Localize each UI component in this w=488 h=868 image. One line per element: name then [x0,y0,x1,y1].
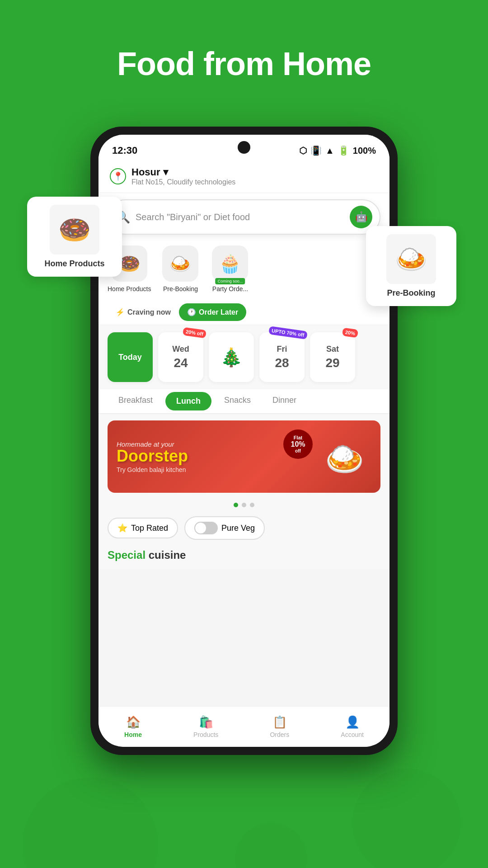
discount-badge-wed: 20% off [183,327,206,339]
city-name: Hosur ▾ [131,166,235,178]
dropdown-arrow-icon: ▾ [163,166,168,178]
home-icon: 🏠 [126,715,141,729]
promo-banner[interactable]: Homemade at your Doorstep Try Golden bal… [108,420,380,493]
special-text: Special [108,549,145,561]
nav-products[interactable]: 🛍️ Products [184,712,227,742]
floating-food-image-right: 🍛 [386,234,436,284]
clock-icon: 🕐 [187,308,196,316]
top-rated-label: Top Rated [131,524,168,533]
camera-notch [238,141,250,154]
ai-assistant-button[interactable]: 🤖 [350,206,372,228]
floating-card-prebooking[interactable]: 🍛 Pre-Booking [366,226,456,306]
categories-scroll: 🍩 Home Products 🍛 Pre-Booking 🧁 Coming s… [99,241,389,300]
filter-tab-craving-label: Craving now [127,308,171,316]
lightning-icon: ⚡ [116,308,125,316]
toggle-knob [195,523,206,533]
filter-tab-craving[interactable]: ⚡ Craving now [108,303,179,321]
star-icon: ⭐ [117,523,127,533]
category-party-orders[interactable]: 🧁 Coming soo... Party Orde... [210,245,250,292]
search-bar[interactable]: 🔍 Search "Biryani" or Diet food 🤖 [108,199,380,235]
filter-tab-order-later[interactable]: 🕐 Order Later [179,303,246,321]
christmas-tree-icon: 🎄 [220,347,243,368]
section-title: Special cuisine [108,549,380,561]
floating-card-left-label: Home Products [44,259,104,269]
coming-soon-badge: Coming soo... [216,278,245,284]
day-card-today[interactable]: Today [108,332,153,382]
dot-3 [250,503,254,507]
pure-veg-label: Pure Veg [221,524,255,533]
nav-account-label: Account [341,731,364,738]
screen-content: 📍 Hosur ▾ Flat No15, Cloudify technologi… [99,162,389,733]
nav-account[interactable]: 👤 Account [332,712,373,742]
vibrate-icon: 📳 [310,145,322,156]
dot-2 [242,503,246,507]
nav-orders-label: Orders [270,731,289,738]
floating-card-right-label: Pre-Booking [387,288,435,298]
day-card-wed[interactable]: 20% off Wed 24 [158,332,203,382]
pure-veg-pill[interactable]: Pure Veg [184,516,265,540]
phone-mockup: 🍩 Home Products 🍛 Pre-Booking 12:30 ⬡ 📳 … [90,127,398,760]
day-name-wed: Wed [172,344,189,354]
floating-food-image-left: 🍩 [50,205,99,255]
day-card-xmas[interactable]: 🎄 [209,332,254,382]
category-label-home: Home Products [108,285,151,292]
svg-point-1 [352,769,461,868]
products-icon: 🛍️ [199,715,213,729]
bottom-nav: 🏠 Home 🛍️ Products 📋 Orders 👤 Account [99,706,389,747]
filter-tab-order-label: Order Later [199,308,238,316]
day-name-sat: Sat [326,344,339,354]
status-icons: ⬡ 📳 ▲ 🔋 100% [299,145,376,156]
tab-lunch[interactable]: Lunch [165,392,211,410]
nav-orders[interactable]: 📋 Orders [261,712,298,742]
top-rated-pill[interactable]: ⭐ Top Rated [108,518,178,538]
nav-products-label: Products [193,731,218,738]
filter-tabs: ⚡ Craving now 🕐 Order Later [99,300,389,325]
tab-breakfast[interactable]: Breakfast [108,389,164,413]
banner-food-image: 🍛 [308,425,380,493]
day-selector: Today 20% off Wed 24 🎄 UPTO 70% off Fri … [99,325,389,389]
pure-veg-toggle[interactable] [194,522,218,534]
day-name-fri: Fri [277,344,287,354]
category-label-party: Party Orde... [212,285,248,292]
orders-icon: 📋 [272,715,287,729]
nav-home[interactable]: 🏠 Home [115,712,151,742]
bluetooth-icon: ⬡ [299,145,307,156]
location-text: Hosur ▾ Flat No15, Cloudify technologies [131,166,235,186]
category-label-prebooking: Pre-Booking [163,285,198,292]
status-time: 12:30 [112,145,137,156]
svg-point-0 [23,778,158,868]
battery-icon: 🔋 [338,145,349,156]
day-name-today: Today [118,353,142,362]
day-card-sat[interactable]: 20% Sat 29 [310,332,355,382]
filter-pills: ⭐ Top Rated Pure Veg [99,511,389,545]
discount-badge-fri: UPTO 70% off [269,326,308,340]
dot-1 [234,503,238,507]
dots-indicator [99,499,389,511]
search-placeholder: Search "Biryani" or Diet food [136,212,344,222]
day-card-fri[interactable]: UPTO 70% off Fri 28 [259,332,305,382]
day-num-fri: 28 [275,356,289,370]
svg-point-2 [235,823,307,868]
category-img-prebooking: 🍛 [162,245,198,282]
account-icon: 👤 [345,715,360,729]
category-prebooking[interactable]: 🍛 Pre-Booking [160,245,201,292]
location-bar[interactable]: 📍 Hosur ▾ Flat No15, Cloudify technologi… [99,162,389,193]
hero-title: Food from Home [0,0,488,109]
cuisine-text: cuisine [145,549,186,561]
day-num-wed: 24 [174,356,188,370]
special-cuisine-section: Special cuisine [99,545,389,569]
banner-container: Homemade at your Doorstep Try Golden bal… [99,414,389,499]
tab-dinner[interactable]: Dinner [262,389,307,413]
floating-card-home-products[interactable]: 🍩 Home Products [27,197,122,277]
tab-snacks[interactable]: Snacks [213,389,262,413]
day-num-sat: 29 [325,356,339,370]
category-img-party: 🧁 Coming soo... [212,245,248,282]
signal-icon: ▲ [325,146,334,156]
phone-frame: 12:30 ⬡ 📳 ▲ 🔋 100% 📍 Hosur [90,127,398,755]
phone-screen: 12:30 ⬡ 📳 ▲ 🔋 100% 📍 Hosur [99,135,389,747]
address-text: Flat No15, Cloudify technologies [131,178,235,186]
nav-home-label: Home [124,731,142,738]
meal-tabs: Breakfast Lunch Snacks Dinner [99,389,389,414]
battery-percent: 100% [353,146,376,156]
location-pin-icon: 📍 [110,168,126,184]
